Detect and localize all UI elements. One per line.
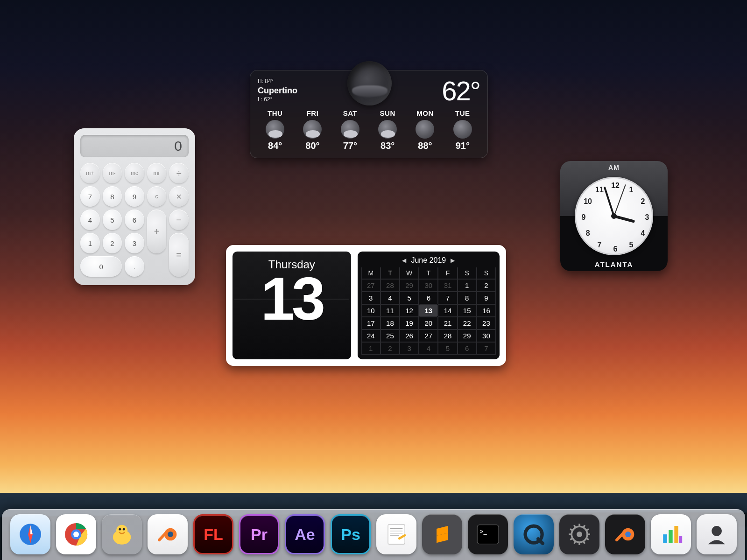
calendar-cell[interactable]: 9 bbox=[477, 292, 496, 304]
calendar-cell[interactable]: 16 bbox=[477, 304, 496, 317]
calendar-cell[interactable]: 13 bbox=[419, 304, 438, 317]
weather-forecast-row: THU84°FRI80°SAT77°SUN83°MON88°TUE91° bbox=[258, 109, 480, 151]
calendar-cell[interactable]: 8 bbox=[458, 292, 477, 304]
calendar-cell[interactable]: 30 bbox=[419, 279, 438, 292]
svg-rect-39 bbox=[674, 526, 678, 543]
dock-app-textedit[interactable] bbox=[376, 514, 416, 554]
calendar-cell[interactable]: 7 bbox=[438, 292, 457, 304]
key-equals[interactable]: = bbox=[169, 233, 189, 277]
key-9[interactable]: 9 bbox=[125, 186, 144, 207]
calendar-cell[interactable]: 26 bbox=[400, 329, 419, 342]
weather-day: SAT77° bbox=[333, 109, 367, 151]
weather-widget[interactable]: H: 84° Cupertino L: 62° 62° THU84°FRI80°… bbox=[250, 70, 488, 158]
calendar-cell[interactable]: 27 bbox=[419, 329, 438, 342]
clock-widget[interactable]: AM ATLANTA 121234567891011 bbox=[560, 161, 668, 271]
key-mminus[interactable]: m- bbox=[103, 163, 122, 183]
calendar-cell[interactable]: 5 bbox=[438, 342, 457, 355]
calendar-cell[interactable]: 25 bbox=[381, 329, 400, 342]
calendar-cell[interactable]: 1 bbox=[458, 279, 477, 292]
clock-city: ATLANTA bbox=[560, 260, 668, 268]
calendar-prev-month[interactable]: ◀ bbox=[402, 257, 406, 264]
dock-app-numbers[interactable] bbox=[651, 514, 691, 554]
svg-point-9 bbox=[123, 528, 125, 531]
calendar-cell[interactable]: 28 bbox=[438, 329, 457, 342]
clock-numeral: 10 bbox=[582, 197, 593, 206]
calendar-cell[interactable]: 29 bbox=[458, 329, 477, 342]
key-decimal[interactable]: . bbox=[125, 256, 144, 277]
key-0[interactable]: 0 bbox=[80, 256, 122, 277]
svg-point-5 bbox=[73, 532, 79, 537]
key-6[interactable]: 6 bbox=[125, 210, 144, 230]
calendar-cell[interactable]: 23 bbox=[477, 317, 496, 329]
dock-app-settings[interactable] bbox=[559, 514, 599, 554]
dock-app-flash[interactable]: FL bbox=[193, 514, 233, 554]
calendar-cell[interactable]: 20 bbox=[419, 317, 438, 329]
calendar-cell[interactable]: 22 bbox=[458, 317, 477, 329]
svg-line-23 bbox=[586, 538, 589, 539]
dock-app-blender[interactable] bbox=[148, 514, 188, 554]
calendar-cell[interactable]: 4 bbox=[419, 342, 438, 355]
calendar-cell[interactable]: 1 bbox=[361, 342, 381, 355]
calculator-widget[interactable]: 0 m+ m- mc mr ÷ 7 8 9 c × 4 5 6 + − 1 2 … bbox=[74, 128, 195, 285]
key-4[interactable]: 4 bbox=[80, 210, 100, 230]
calendar-cell[interactable]: 7 bbox=[477, 342, 496, 355]
key-multiply[interactable]: × bbox=[169, 186, 189, 207]
dock-app-photoshop[interactable]: Ps bbox=[331, 514, 371, 554]
key-8[interactable]: 8 bbox=[103, 186, 122, 207]
calendar-cell[interactable]: 31 bbox=[438, 279, 457, 292]
dock-app-aftereffects[interactable]: Ae bbox=[285, 514, 325, 554]
key-divide[interactable]: ÷ bbox=[169, 163, 189, 183]
key-clear[interactable]: c bbox=[147, 186, 167, 207]
calendar-cell[interactable]: 30 bbox=[477, 329, 496, 342]
calendar-cell[interactable]: 18 bbox=[381, 317, 400, 329]
calendar-cell[interactable]: 19 bbox=[400, 317, 419, 329]
calendar-cell[interactable]: 10 bbox=[361, 304, 381, 317]
calendar-cell[interactable]: 17 bbox=[361, 317, 381, 329]
calendar-next-month[interactable]: ▶ bbox=[451, 257, 455, 264]
calendar-cell[interactable]: 15 bbox=[458, 304, 477, 317]
calendar-cell[interactable]: 14 bbox=[438, 304, 457, 317]
key-add[interactable]: + bbox=[147, 210, 167, 253]
svg-text:>_: >_ bbox=[480, 528, 487, 535]
dock-app-chrome[interactable] bbox=[56, 514, 96, 554]
calendar-cell[interactable]: 3 bbox=[361, 292, 381, 304]
dock-app-contact[interactable] bbox=[697, 514, 737, 554]
dock-app-safari[interactable] bbox=[10, 514, 50, 554]
weather-day-temp: 83° bbox=[370, 140, 405, 151]
key-mplus[interactable]: m+ bbox=[80, 163, 100, 183]
key-3[interactable]: 3 bbox=[125, 233, 144, 253]
dock-app-cyberduck[interactable] bbox=[102, 514, 142, 554]
calendar-cell[interactable]: 21 bbox=[438, 317, 457, 329]
calendar-cell[interactable]: 28 bbox=[381, 279, 400, 292]
key-1[interactable]: 1 bbox=[80, 233, 100, 253]
calendar-cell[interactable]: 2 bbox=[477, 279, 496, 292]
dock-app-terminal[interactable]: >_ bbox=[468, 514, 508, 554]
key-2[interactable]: 2 bbox=[103, 233, 122, 253]
weather-day: TUE91° bbox=[445, 109, 480, 151]
dock-app-blender2[interactable] bbox=[605, 514, 645, 554]
calendar-cell[interactable]: 4 bbox=[381, 292, 400, 304]
dock-app-quicktime[interactable] bbox=[514, 514, 554, 554]
calendar-cell[interactable]: 3 bbox=[400, 342, 419, 355]
key-mc[interactable]: mc bbox=[125, 163, 144, 183]
calendar-cell[interactable]: 12 bbox=[400, 304, 419, 317]
key-mr[interactable]: mr bbox=[147, 163, 167, 183]
calendar-widget[interactable]: Thursday 13 ◀ June 2019 ▶ MTWTFSS2728293… bbox=[226, 245, 506, 366]
calendar-cell[interactable]: 11 bbox=[381, 304, 400, 317]
calendar-cell[interactable]: 29 bbox=[400, 279, 419, 292]
calendar-cell[interactable]: 24 bbox=[361, 329, 381, 342]
weather-day-label: THU bbox=[258, 109, 292, 117]
calendar-cell[interactable]: 6 bbox=[419, 292, 438, 304]
dock-app-sublime[interactable] bbox=[422, 514, 462, 554]
key-7[interactable]: 7 bbox=[80, 186, 100, 207]
weather-day-icon bbox=[378, 120, 397, 139]
calendar-cell[interactable]: 6 bbox=[458, 342, 477, 355]
weather-day: THU84° bbox=[258, 109, 292, 151]
calendar-cell[interactable]: 5 bbox=[400, 292, 419, 304]
key-subtract[interactable]: − bbox=[169, 210, 189, 230]
clock-numeral: 2 bbox=[637, 197, 648, 206]
calendar-cell[interactable]: 27 bbox=[361, 279, 381, 292]
calendar-cell[interactable]: 2 bbox=[381, 342, 400, 355]
key-5[interactable]: 5 bbox=[103, 210, 122, 230]
dock-app-premiere[interactable]: Pr bbox=[239, 514, 279, 554]
